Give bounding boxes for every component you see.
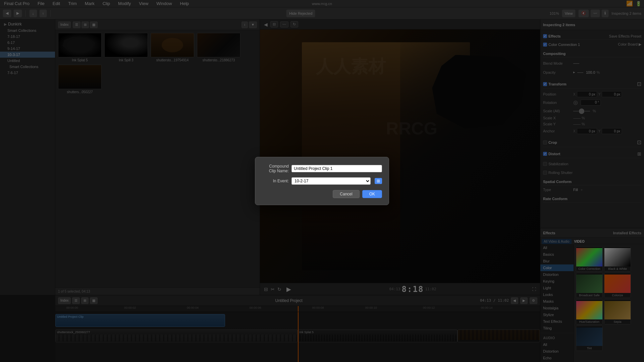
modal-event-select[interactable]: 10-2-17 — [291, 177, 371, 185]
modal-event-dropdown-btn[interactable]: ⊞ — [375, 178, 382, 184]
modal-buttons: Cancel OK — [262, 190, 382, 198]
modal-clip-name-input[interactable] — [291, 165, 382, 172]
modal-clip-name-label: Compound Clip Name: — [262, 164, 289, 173]
modal-in-event-label: In Event: — [262, 179, 289, 183]
modal-cancel-button[interactable]: Cancel — [333, 190, 359, 198]
modal-event-row: In Event: 10-2-17 ⊞ — [262, 177, 382, 185]
modal-name-row: Compound Clip Name: — [262, 164, 382, 173]
modal-ok-button[interactable]: OK — [362, 190, 382, 198]
modal-overlay[interactable]: Compound Clip Name: In Event: 10-2-17 ⊞ … — [0, 0, 644, 362]
compound-clip-modal: Compound Clip Name: In Event: 10-2-17 ⊞ … — [255, 157, 389, 205]
